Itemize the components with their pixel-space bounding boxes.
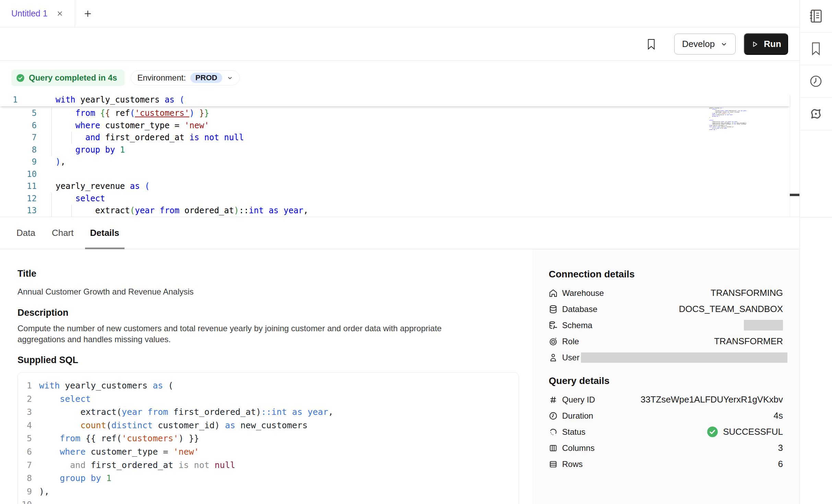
redacted-value	[581, 352, 787, 363]
editor-scrollbar-track	[790, 94, 790, 217]
right-sidebar	[799, 0, 832, 504]
sql-line: 7 and first_ordered_at is not null	[18, 459, 519, 472]
editor-line: 5 from {{ ref('customers') }}	[0, 107, 790, 120]
sidebar-item-bookmark[interactable]	[800, 33, 832, 65]
play-icon	[751, 40, 759, 48]
sql-line: 10	[18, 498, 519, 504]
indent-guide	[51, 193, 52, 205]
tab-chart[interactable]: Chart	[52, 217, 74, 249]
tab-label: Untitled 1	[11, 9, 48, 19]
sql-editor[interactable]: Query completed in 4s Environment: PROD …	[0, 61, 799, 217]
rows-icon	[549, 460, 558, 469]
develop-button[interactable]: Develop	[674, 34, 736, 55]
editor-line: 9),	[0, 156, 790, 168]
detail-value: SUCCESSFUL	[723, 427, 783, 437]
columns-icon	[549, 444, 558, 453]
sidebar-item-dbt-logo[interactable]	[800, 98, 832, 130]
description-value: Compute the number of new customers and …	[17, 323, 519, 345]
database-icon	[549, 305, 558, 314]
line-number: 5	[18, 432, 32, 445]
detail-label: Role	[562, 337, 579, 346]
detail-value: 33TZseWpe1ALFDUYerxR1gVKxbv	[641, 394, 783, 405]
detail-row-warehouse: WarehouseTRANSFORMING	[549, 285, 783, 301]
schema-icon	[549, 321, 558, 330]
detail-value: 6	[778, 459, 783, 469]
query-status-text: Query completed in 4s	[29, 73, 117, 83]
line-number: 8	[18, 472, 32, 485]
editor-scrollbar-thumb[interactable]	[790, 194, 799, 196]
details-panel: Title Annual Customer Growth and Revenue…	[0, 249, 799, 504]
code-text: extract(year from first_ordered_at)::int…	[39, 407, 333, 417]
line-number: 12	[0, 193, 37, 205]
code-text: where customer_type = 'new'	[56, 120, 209, 132]
line-number: 3	[18, 406, 32, 419]
sql-line: 4 count(distinct customer_id) as new_cus…	[18, 419, 519, 432]
code-text: extract(year from ordered_at)::int as ye…	[56, 205, 308, 217]
line-number: 11	[0, 180, 37, 193]
line-number: 2	[18, 393, 32, 406]
tab-details[interactable]: Details	[90, 217, 119, 249]
detail-label: Rows	[562, 459, 583, 469]
bookmark-icon[interactable]	[647, 38, 656, 50]
editor-line: 11yearly_revenue as (	[0, 180, 790, 193]
detail-row-status: StatusSUCCESSFUL	[549, 424, 783, 440]
code-text: select	[56, 193, 105, 205]
sidebar-item-notebook[interactable]	[800, 0, 832, 33]
indent-guide	[51, 144, 52, 156]
chevron-down-icon	[227, 75, 233, 81]
line-number: 1	[13, 94, 17, 106]
sidebar-item-history[interactable]	[800, 65, 832, 98]
code-text: and first_ordered_at is not null	[39, 460, 235, 470]
editor-sticky-line: 1with yearly_customers as (	[0, 94, 790, 106]
chevron-down-icon	[720, 40, 728, 48]
environment-selector[interactable]: Environment: PROD	[131, 70, 240, 85]
code-text: with yearly_customers as (	[39, 381, 173, 391]
query-details-rows: Query ID33TZseWpe1ALFDUYerxR1gVKxbvDurat…	[549, 392, 783, 472]
line-number: 8	[0, 144, 37, 156]
editor-line: 12 select	[0, 193, 790, 205]
sql-line: 6 where customer_type = 'new'	[18, 445, 519, 459]
editor-line: 8 group by 1	[0, 144, 790, 156]
code-text: with yearly_customers as (	[56, 94, 185, 106]
role-icon	[549, 337, 558, 346]
detail-value: TRANSFORMING	[711, 288, 783, 298]
new-tab-button[interactable]	[75, 0, 92, 27]
line-number: 7	[18, 459, 32, 472]
title-value: Annual Customer Growth and Revenue Analy…	[17, 287, 519, 297]
status-badge: SUCCESSFUL	[706, 425, 783, 438]
detail-label: Status	[562, 427, 585, 437]
line-number: 7	[0, 132, 37, 144]
indent-guide	[51, 107, 52, 120]
develop-label: Develop	[682, 39, 715, 49]
run-button[interactable]: Run	[744, 33, 788, 55]
detail-label: Columns	[562, 443, 595, 453]
code-text: group by 1	[56, 144, 125, 156]
editor-code-lines: 5 from {{ ref('customers') }}6 where cus…	[0, 107, 790, 217]
detail-row-database: DatabaseDOCS_TEAM_SANDBOX	[549, 301, 783, 317]
tab-untitled-1[interactable]: Untitled 1	[0, 0, 75, 27]
code-text: ),	[56, 156, 66, 168]
detail-label: Warehouse	[562, 288, 604, 298]
sidebar-divider	[800, 217, 832, 217]
check-circle-icon	[16, 73, 25, 83]
redacted-value	[744, 320, 783, 331]
code-text: from {{ ref('customers') }}	[56, 107, 209, 120]
query-details-heading: Query details	[549, 376, 783, 386]
history-icon	[809, 74, 823, 88]
warehouse-icon	[549, 289, 558, 298]
code-text: and first_ordered_at is not null	[56, 132, 244, 144]
main-area: Untitled 1 Develop Run	[0, 0, 799, 504]
run-label: Run	[764, 39, 781, 49]
line-number: 6	[0, 120, 37, 132]
detail-row-query-id: Query ID33TZseWpe1ALFDUYerxR1gVKxbv	[549, 392, 783, 408]
code-text: where customer_type = 'new'	[39, 447, 199, 457]
code-text: ),	[39, 487, 49, 496]
plus-icon	[83, 9, 92, 18]
detail-row-rows: Rows6	[549, 456, 783, 472]
close-icon[interactable]	[56, 10, 64, 17]
detail-label: User	[562, 353, 580, 362]
editor-minimap[interactable]: with yearly_customers as ( select extrac…	[709, 94, 790, 200]
detail-row-user: User	[549, 349, 783, 365]
detail-value: TRANSFORMER	[714, 336, 783, 347]
tab-data[interactable]: Data	[16, 217, 35, 249]
